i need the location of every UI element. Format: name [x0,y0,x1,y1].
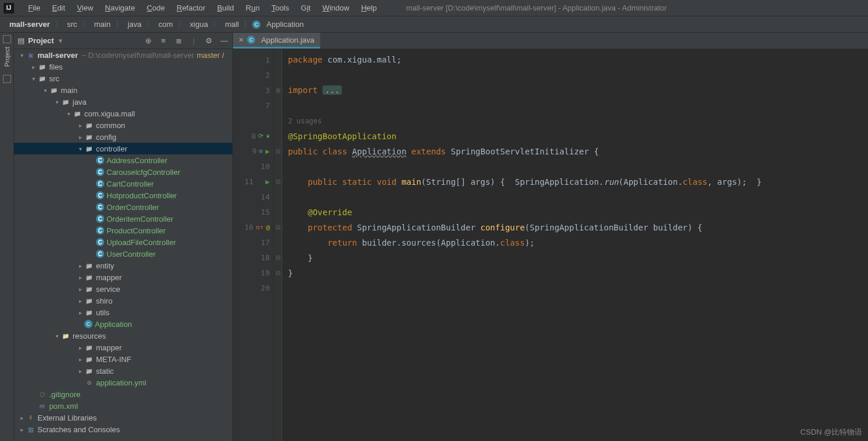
override-up-icon[interactable]: o↑ [256,223,263,231]
tree-file-yml[interactable]: ⚙application.yml [14,377,232,388]
window-title: mall-server [D:\code\myself\mall\mall-se… [406,4,667,12]
editor-tabs: × C Application.java [233,33,868,49]
tree-folder[interactable]: ▾resources [14,330,232,342]
class-icon: C [252,20,260,29]
menu-refactor[interactable]: Refactor [171,2,211,13]
menubar: IJ File Edit View Navigate Code Refactor… [0,0,868,16]
crumb[interactable]: src [63,19,80,30]
class-run-icon: C [84,320,92,328]
crumb[interactable]: xigua [186,19,211,30]
tool-title: Project [28,36,54,45]
crumb-root[interactable]: mall-server [6,19,53,30]
tree-folder[interactable]: ▾src [14,73,232,84]
tree-folder[interactable]: ▸common [14,119,232,131]
project-tool-window: ▤ Project ▾ ⊕ ≡ ≣ | ⚙ — ▾▣ mall-server ~… [14,33,233,441]
tree-external-libs[interactable]: ▸⦀External Libraries [14,412,232,423]
menu-build[interactable]: Build [211,2,240,13]
run-icon[interactable]: ▶ [265,177,270,186]
tree-folder[interactable]: ▸mapper [14,342,232,353]
bean-icon[interactable]: ⊙ [259,147,263,155]
editor-tab[interactable]: × C Application.java [233,33,320,49]
tree-class-app[interactable]: CApplication [14,318,232,330]
tree-class[interactable]: CCartController [14,178,232,190]
left-rail: Project [0,33,14,441]
rail-icon[interactable] [3,35,11,43]
tree-class[interactable]: CCarouselcfgController [14,166,232,178]
tree-folder[interactable]: ▾java [14,96,232,108]
code-area[interactable]: package com.xigua.mall; import ... 2 usa… [282,49,868,441]
tab-label: Application.java [261,36,314,44]
tree-class[interactable]: CProductController [14,225,232,236]
spring-icon: ❦ [266,132,270,140]
menu-run[interactable]: Run [240,2,266,13]
tree-scratches[interactable]: ▸▧Scratches and Consoles [14,423,232,435]
tree-file-gitignore[interactable]: ⬡.gitignore [14,388,232,400]
tree-class[interactable]: COrderController [14,201,232,213]
tree-file-pom[interactable]: mpom.xml [14,400,232,412]
run-icon[interactable]: ⟳ [258,132,263,140]
tree-class[interactable]: CUserController [14,248,232,260]
run-icon[interactable]: ▶ [265,147,270,156]
crumb[interactable]: java [124,19,145,30]
menu-file[interactable]: File [22,2,46,13]
tree-folder[interactable]: ▸mapper [14,271,232,283]
line-gutter[interactable]: 1 2 3 7 8⟳❦ 9⊙▶ 10 11▶ 14 15 16o↑@ 17 18… [233,49,274,441]
crumb[interactable]: mall [221,19,242,30]
menu-code[interactable]: Code [141,2,171,13]
chevron-down-icon[interactable]: ▾ [59,36,63,45]
folder-icon: ▤ [18,36,25,45]
tree-class[interactable]: CUploadFileController [14,236,232,248]
hide-icon[interactable]: — [219,36,229,46]
tree-package[interactable]: ▾com.xigua.mall [14,108,232,119]
crumb[interactable]: main [91,19,114,30]
menu-window[interactable]: Window [317,2,355,13]
tree-folder[interactable]: ▸shiro [14,295,232,306]
menu-edit[interactable]: Edit [46,2,71,13]
app-icon: IJ [4,3,14,13]
tree-class[interactable]: COrderitemController [14,213,232,225]
tree-folder[interactable]: ▸files [14,61,232,73]
breadcrumb: mall-server〉 src〉 main〉 java〉 com〉 xigua… [0,16,868,33]
collapse-icon[interactable]: ≣ [174,36,183,46]
expand-icon[interactable]: ≡ [159,36,168,46]
tree-folder[interactable]: ▸static [14,365,232,377]
rail-icon[interactable] [3,75,11,83]
tree-folder[interactable]: ▾main [14,84,232,96]
tree-root[interactable]: ▾▣ mall-server ~ D:\code\myself\mall\mal… [14,49,232,61]
gear-icon[interactable]: ⚙ [204,36,214,46]
menu-help[interactable]: Help [355,2,383,13]
editor: × C Application.java 1 2 3 7 8⟳❦ 9⊙▶ 10 … [233,33,868,441]
menu-git[interactable]: Git [295,2,317,13]
close-icon[interactable]: × [239,35,243,44]
tree-folder-controller[interactable]: ▾controller [14,143,232,154]
tree-folder[interactable]: ▸utils [14,306,232,318]
menu-navigate[interactable]: Navigate [99,2,140,13]
class-icon: C [247,36,255,44]
project-tree[interactable]: ▾▣ mall-server ~ D:\code\myself\mall\mal… [14,49,232,441]
tree-class[interactable]: CHotproductController [14,190,232,201]
rail-project[interactable]: Project [4,47,11,67]
tree-folder[interactable]: ▸config [14,131,232,143]
fold-gutter[interactable]: ⊞ ⊟ ⊟ ⊟ ⊟ ⊟ [274,49,282,441]
tree-folder[interactable]: ▸service [14,283,232,295]
crumb[interactable]: com [155,19,177,30]
tree-folder[interactable]: ▸META-INF [14,353,232,365]
select-opened-file-icon[interactable]: ⊕ [143,36,153,46]
watermark: CSDN @比特物语 [800,427,862,437]
tree-class[interactable]: CAddressController [14,154,232,166]
tree-folder[interactable]: ▸entity [14,260,232,271]
menu-tools[interactable]: Tools [266,2,295,13]
menu-view[interactable]: View [71,2,99,13]
crumb-class[interactable]: Application [263,19,307,30]
